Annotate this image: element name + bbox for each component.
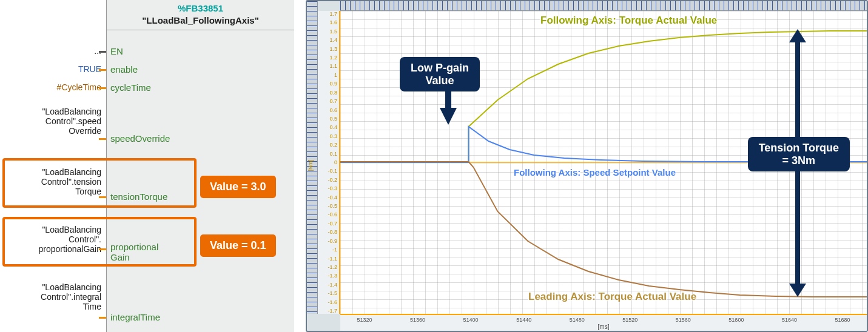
x-axis: [ms] 51320513605140051440514805152051560…: [340, 314, 867, 331]
pin-integral-time[interactable]: integralTime: [110, 312, 160, 322]
tag-cycletime: #CycleTime: [57, 82, 101, 92]
connector-icon: [99, 317, 106, 319]
y-axis: [Nm] 1.71.61.51.41.31.21.110.90.80.70.60…: [318, 11, 340, 314]
arrow-up-icon: [789, 29, 806, 42]
y-tick: -0.4: [318, 194, 337, 201]
label-following-torque: Following Axis: Torque Actual Value: [540, 15, 717, 27]
badge-tension-value: Value = 3.0: [200, 176, 276, 198]
arrow-down-icon: [440, 108, 457, 125]
x-tick: 51400: [463, 317, 479, 323]
x-tick: 51680: [835, 317, 850, 323]
x-axis-unit: [ms]: [598, 324, 610, 330]
arrow-down-icon: [789, 284, 806, 297]
y-tick: -0.9: [318, 238, 337, 244]
function-block-panel: ... TRUE #CycleTime "LoadBalancingContro…: [0, 0, 303, 332]
pin-cycle-time[interactable]: cycleTime: [110, 82, 151, 93]
label-leading-torque: Leading Axis: Torque Actual Value: [528, 291, 696, 303]
y-tick: 0.7: [318, 98, 337, 104]
y-tick: -0.2: [318, 177, 337, 183]
connector-icon: [99, 138, 106, 140]
block-name: "LLoadBal_FollowingAxis": [107, 15, 294, 27]
y-axis-unit: [Nm]: [308, 160, 314, 171]
annotation-tension: Tension Torque= 3Nm: [749, 138, 849, 170]
y-tick: 1: [318, 72, 337, 78]
y-tick: 0.9: [318, 81, 337, 87]
y-tick: 0.2: [318, 142, 337, 148]
x-tick: 51440: [516, 317, 531, 323]
y-tick: -1.5: [318, 290, 337, 296]
x-tick: 51360: [410, 317, 425, 323]
y-tick: 1.6: [318, 19, 337, 25]
pin-enable[interactable]: enable: [110, 64, 138, 75]
trace-chart-panel: [Nm] 1.71.61.51.41.31.21.110.90.80.70.60…: [306, 0, 868, 332]
x-tick: 51320: [357, 317, 372, 323]
connector-icon: [99, 69, 106, 71]
y-tick: -0.1: [318, 168, 337, 174]
arrow-shaft-icon: [445, 88, 451, 110]
y-tick: -1.3: [318, 273, 337, 279]
y-tick: -1.7: [318, 308, 337, 314]
y-tick: -0.3: [318, 185, 337, 191]
x-tick: 51520: [622, 317, 638, 323]
y-tick: 1.3: [318, 46, 337, 52]
y-tick: 1.5: [318, 28, 337, 35]
y-tick: -0.8: [318, 229, 337, 235]
badge-pgain-value: Value = 0.1: [200, 234, 276, 257]
y-tick: 0.3: [318, 133, 337, 139]
connector-icon: [99, 51, 106, 53]
ruler-left[interactable]: [307, 1, 318, 314]
tag-speed-override: "LoadBalancingControl".speedOverride: [42, 107, 101, 136]
y-tick: -1: [318, 247, 337, 253]
plot-area[interactable]: Following Axis: Torque Actual Value Foll…: [340, 11, 867, 314]
highlight-proportional-gain: [2, 217, 197, 267]
y-tick: 1.7: [318, 11, 337, 17]
y-tick: 0: [318, 159, 337, 165]
y-tick: 0.4: [318, 124, 337, 130]
y-tick: -1.4: [318, 282, 337, 288]
y-tick: 1.1: [318, 63, 337, 69]
tag-integral-time: "LoadBalancingControl".integralTime: [41, 282, 101, 311]
y-tick: -1.2: [318, 264, 337, 270]
y-tick: -0.7: [318, 221, 337, 227]
label-speed-setpoint: Following Axis: Speed Setpoint Value: [514, 167, 676, 178]
pin-en[interactable]: EN: [110, 46, 123, 56]
y-tick: -0.5: [318, 203, 337, 209]
connector-icon: [99, 87, 106, 89]
y-tick: -1.1: [318, 256, 337, 262]
x-tick: 51560: [676, 317, 691, 323]
y-tick: 0.8: [318, 90, 337, 96]
y-tick: 1.4: [318, 37, 337, 43]
x-tick: 51600: [728, 317, 744, 323]
y-tick: -1.6: [318, 299, 337, 305]
tag-enable: TRUE: [78, 64, 101, 74]
y-tick: -0.6: [318, 211, 337, 217]
y-tick: 1.2: [318, 55, 337, 61]
highlight-tension-torque: [2, 158, 197, 208]
pin-speed-override[interactable]: speedOverride: [110, 133, 170, 144]
y-tick: 0.5: [318, 116, 337, 122]
y-tick: 0.1: [318, 151, 337, 157]
block-id: %FB33851: [107, 2, 294, 15]
x-tick: 51640: [782, 317, 797, 323]
annotation-pgain: Low P-gainValue: [401, 58, 479, 90]
ruler-top[interactable]: [340, 1, 867, 11]
y-tick: 0.6: [318, 107, 337, 113]
x-tick: 51480: [570, 317, 585, 323]
